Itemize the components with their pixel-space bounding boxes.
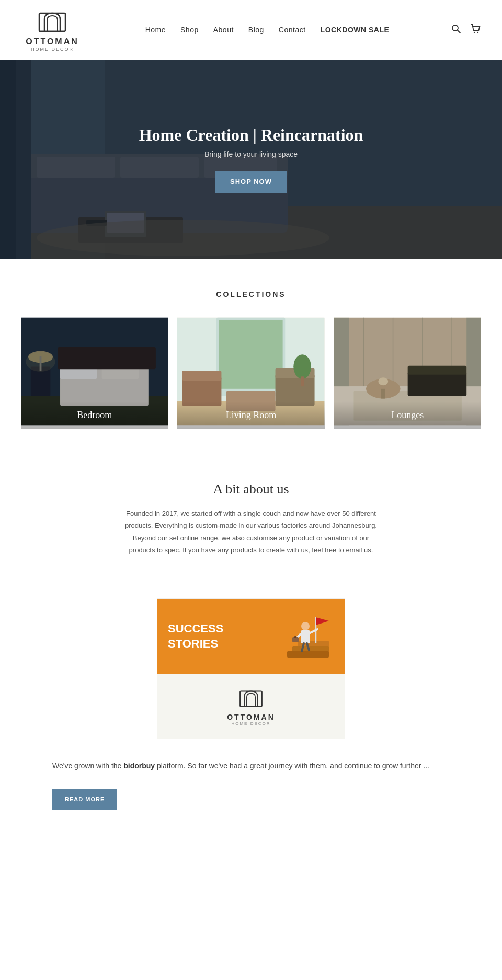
success-section: SUCCESSSTORIES: [0, 578, 502, 847]
nav-about[interactable]: About: [213, 26, 234, 34]
success-card: SUCCESSSTORIES: [157, 598, 345, 739]
hero-content: Home Creation | Reincarnation Bring life…: [139, 125, 363, 193]
success-logo-sub: HOME DECOR: [231, 721, 270, 726]
bidorbuy-link[interactable]: bidorbuy: [123, 762, 155, 770]
shop-now-button[interactable]: SHOP NOW: [215, 171, 287, 193]
success-logo-text: OTTOMAN: [227, 713, 275, 721]
header-icons: [451, 23, 481, 37]
footer-spacer: [0, 847, 502, 909]
svg-marker-67: [316, 617, 329, 625]
success-banner-text: SUCCESSSTORIES: [168, 621, 223, 651]
about-section: A bit about us Founded in 2017, we start…: [0, 450, 502, 578]
collection-livingroom[interactable]: Living Room: [177, 314, 324, 429]
svg-rect-73: [294, 636, 296, 638]
brand-sub: HOME DECOR: [31, 47, 74, 52]
collection-lounges[interactable]: Lounges: [334, 314, 481, 429]
nav-sale[interactable]: LOCKDOWN SALE: [321, 26, 390, 34]
cart-button[interactable]: [470, 23, 481, 37]
story-text-section: We've grown with the bidorbuy platform. …: [21, 755, 481, 826]
nav-home[interactable]: Home: [145, 26, 166, 34]
about-title: A bit about us: [63, 481, 439, 497]
read-more-button[interactable]: READ MORE: [52, 789, 117, 810]
livingroom-label: Living Room: [177, 401, 324, 429]
success-logo-icon: [238, 687, 264, 711]
svg-line-3: [458, 30, 460, 33]
collections-grid: Bedroom: [21, 314, 481, 429]
hero-subtitle: Bring life to your living space: [139, 150, 363, 158]
search-icon: [451, 24, 461, 34]
nav-blog[interactable]: Blog: [248, 26, 264, 34]
story-text-post: platform. So far we've had a great journ…: [155, 762, 429, 770]
success-lower: OTTOMAN HOME DECOR: [157, 674, 345, 739]
nav-shop[interactable]: Shop: [180, 26, 199, 34]
svg-rect-65: [287, 651, 329, 658]
svg-rect-69: [301, 630, 310, 643]
collections-title: COLLECTIONS: [21, 290, 481, 298]
logo-icon: [37, 8, 68, 36]
svg-point-4: [474, 31, 475, 32]
cart-icon: [470, 23, 481, 34]
nav-contact[interactable]: Contact: [279, 26, 306, 34]
story-text-pre: We've grown with the: [52, 762, 123, 770]
collection-bedroom[interactable]: Bedroom: [21, 314, 168, 429]
search-button[interactable]: [451, 24, 461, 37]
svg-point-68: [301, 622, 310, 630]
header: OTTOMAN HOME DECOR Home Shop About Blog …: [0, 0, 502, 60]
svg-point-5: [477, 31, 478, 32]
success-illustration: [271, 609, 334, 664]
success-banner: SUCCESSSTORIES: [157, 599, 345, 674]
hero-title: Home Creation | Reincarnation: [139, 125, 363, 145]
lounges-label: Lounges: [334, 401, 481, 429]
svg-point-2: [452, 25, 458, 31]
bedroom-label: Bedroom: [21, 401, 168, 429]
story-text: We've grown with the bidorbuy platform. …: [52, 760, 450, 773]
about-text: Founded in 2017, we started off with a s…: [120, 508, 382, 557]
logo[interactable]: OTTOMAN HOME DECOR: [21, 8, 84, 52]
main-nav: Home Shop About Blog Contact LOCKDOWN SA…: [145, 26, 390, 34]
brand-name: OTTOMAN: [26, 37, 79, 47]
hero-section: Home Creation | Reincarnation Bring life…: [0, 60, 502, 259]
collections-section: COLLECTIONS: [0, 259, 502, 450]
